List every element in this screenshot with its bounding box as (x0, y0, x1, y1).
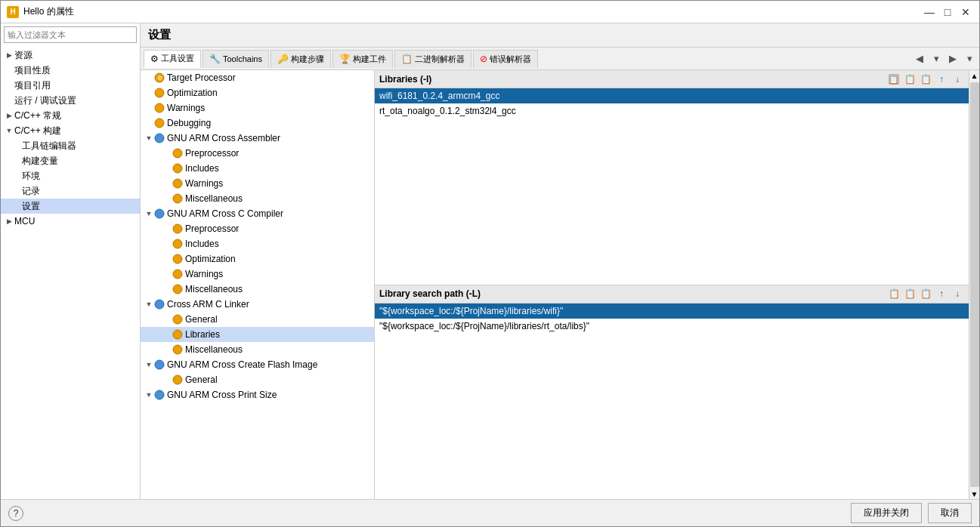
lsp-item-ota[interactable]: "${workspace_loc:/${ProjName}/libraries/… (375, 319, 969, 334)
lsp-down-button[interactable]: ↓ (951, 287, 964, 300)
tree-item-gnu-arm-print[interactable]: ▼ GNU ARM Cross Print Size (141, 387, 374, 402)
sidebar-label: 工具链编辑器 (22, 140, 76, 153)
library-item-ota[interactable]: rt_ota_noalgo_0.1.2_stm32l4_gcc (375, 103, 969, 119)
libraries-list: wifi_6181_0.2.4_armcm4_gcc rt_ota_noalgo… (375, 88, 969, 285)
bottom-left: ? (8, 506, 23, 521)
apply-close-button[interactable]: 应用并关闭 (851, 503, 922, 523)
tab-toolchains[interactable]: 🔧 Toolchains (202, 50, 269, 68)
tab-tool-settings[interactable]: ⚙ 工具设置 (144, 50, 201, 68)
lsp-remove-button[interactable]: 📋 (919, 287, 932, 300)
tree-label: Includes (185, 239, 219, 249)
tree-item-gnu-arm-assembler[interactable]: ▼ GNU ARM Cross Assembler (141, 131, 374, 146)
tree-item-asm-misc[interactable]: Miscellaneous (141, 191, 374, 206)
sidebar-item-project-props[interactable]: 项目性质 (1, 63, 140, 78)
nav-back-button[interactable]: ◀ (913, 52, 926, 66)
sidebar-item-cpp-build[interactable]: ▼ C/C++ 构建 (1, 123, 140, 138)
expand-spacer (11, 186, 22, 196)
tree-item-linker-libraries[interactable]: Libraries (141, 327, 374, 342)
sidebar-item-env[interactable]: 环境 (1, 168, 140, 183)
tree-item-asm-warnings[interactable]: Warnings (141, 176, 374, 191)
tree-item-linker-misc[interactable]: Miscellaneous (141, 342, 374, 357)
cancel-button[interactable]: 取消 (928, 503, 972, 523)
svg-point-16 (155, 300, 164, 309)
gear-icon: ⚙ (154, 72, 165, 83)
tree-item-c-includes[interactable]: Includes (141, 236, 374, 251)
tree-label: Cross ARM C Linker (167, 299, 249, 310)
tree-item-gnu-arm-flash[interactable]: ▼ GNU ARM Cross Create Flash Image (141, 357, 374, 372)
library-item-wifi[interactable]: wifi_6181_0.2.4_armcm4_gcc (375, 88, 969, 103)
tree-item-c-preprocessor[interactable]: Preprocessor (141, 221, 374, 236)
sidebar: ▶ 资源 项目性质 项目引用 运行 / 调试设置 (1, 23, 141, 499)
lib-remove-button[interactable]: 📋 (919, 72, 932, 86)
sidebar-item-build-vars[interactable]: 构建变量 (1, 153, 140, 168)
gear-icon (154, 88, 165, 98)
c-warnings-icon (172, 269, 183, 279)
nav-back-dropdown[interactable]: ▾ (929, 52, 943, 66)
tree-item-c-warnings[interactable]: Warnings (141, 267, 374, 282)
lib-up-button[interactable]: ↑ (935, 72, 948, 86)
tab-build-tools[interactable]: 🏆 构建工件 (332, 50, 393, 68)
tree-item-gnu-arm-c-compiler[interactable]: ▼ GNU ARM Cross C Compiler (141, 206, 374, 221)
sidebar-item-toolchain-editor[interactable]: 工具链编辑器 (1, 138, 140, 153)
main-window: H Hello 的属性 — □ ✕ ▶ 资源 项目性质 (0, 0, 980, 527)
sidebar-item-settings[interactable]: 设置 (1, 199, 140, 214)
lib-edit-button[interactable]: 📋 (903, 72, 917, 86)
tab-binary-parsers[interactable]: 📋 二进制解析器 (394, 50, 471, 68)
sidebar-item-project-ref[interactable]: 项目引用 (1, 78, 140, 93)
expand-spacer (4, 95, 14, 106)
filter-input[interactable] (4, 26, 137, 43)
tree-label: Target Processor (167, 72, 236, 83)
minimize-button[interactable]: — (922, 5, 937, 20)
sidebar-item-mcu[interactable]: ▶ MCU (1, 214, 140, 229)
tree-label: Includes (185, 163, 219, 174)
sidebar-label: 记录 (22, 185, 40, 198)
lib-down-button[interactable]: ↓ (951, 72, 964, 86)
tree-item-asm-preprocessor[interactable]: Preprocessor (141, 146, 374, 161)
nav-forward-dropdown[interactable]: ▾ (963, 52, 976, 66)
tab-error-parsers[interactable]: ⊘ 错误解析器 (473, 50, 538, 68)
tree-label: Optimization (185, 254, 236, 264)
svg-point-3 (155, 103, 164, 112)
sidebar-item-log[interactable]: 记录 (1, 183, 140, 199)
sidebar-item-resources[interactable]: ▶ 资源 (1, 48, 140, 63)
svg-point-4 (155, 119, 164, 128)
scrollbar-thumb[interactable] (970, 82, 979, 487)
lsp-edit-button[interactable]: 📋 (903, 287, 917, 300)
tree-item-debugging[interactable]: Debugging (141, 116, 374, 131)
tree-item-warnings[interactable]: Warnings (141, 100, 374, 116)
lib-add-button[interactable]: 📋 (887, 72, 901, 86)
libraries-panel: Libraries (-l) 📋 📋 📋 (375, 70, 969, 285)
tab-build-steps[interactable]: 🔑 构建步骤 (271, 50, 331, 68)
tree-item-c-optimization[interactable]: Optimization (141, 251, 374, 267)
maximize-button[interactable]: □ (940, 5, 955, 20)
scrollbar-down-button[interactable]: ▼ (969, 488, 980, 499)
tree-item-c-misc[interactable]: Miscellaneous (141, 282, 374, 297)
sidebar-item-run-debug[interactable]: 运行 / 调试设置 (1, 93, 140, 108)
nav-forward-button[interactable]: ▶ (946, 52, 960, 66)
tree-item-flash-general[interactable]: General (141, 372, 374, 387)
tree-label: Warnings (167, 103, 205, 113)
tab-label: 工具设置 (161, 53, 194, 64)
svg-text:📋: 📋 (889, 74, 899, 85)
scrollbar-up-button[interactable]: ▲ (969, 70, 980, 81)
preprocessor-icon (172, 148, 183, 159)
tree-item-asm-includes[interactable]: Includes (141, 161, 374, 176)
svg-point-7 (173, 164, 182, 173)
svg-point-17 (173, 315, 182, 324)
lsp-up-button[interactable]: ↑ (935, 287, 948, 300)
sidebar-label: C/C++ 构建 (14, 125, 61, 137)
lsp-item-wifi[interactable]: "${workspace_loc:/${ProjName}/libraries/… (375, 304, 969, 319)
build-tools-icon: 🏆 (339, 54, 351, 64)
tree-item-linker-general[interactable]: General (141, 312, 374, 327)
tree-item-target-proc[interactable]: ⚙ Target Processor (141, 70, 374, 85)
svg-point-19 (173, 345, 182, 354)
close-button[interactable]: ✕ (958, 5, 973, 20)
sidebar-item-cpp-general[interactable]: ▶ C/C++ 常规 (1, 108, 140, 123)
library-search-list: "${workspace_loc:/${ProjName}/libraries/… (375, 304, 969, 500)
tree-item-optimization[interactable]: Optimization (141, 85, 374, 100)
tab-label: Toolchains (223, 54, 262, 63)
tree-item-cross-arm-linker[interactable]: ▼ Cross ARM C Linker (141, 297, 374, 312)
right-scrollbar[interactable]: ▲ ▼ (969, 70, 979, 499)
lsp-add-button[interactable]: 📋 (887, 287, 901, 300)
help-button[interactable]: ? (8, 506, 23, 521)
